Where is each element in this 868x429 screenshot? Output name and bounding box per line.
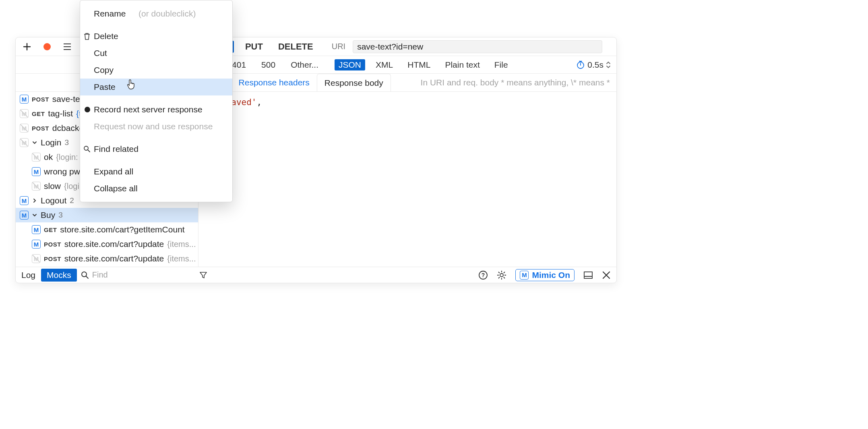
item-name: Buy: [41, 210, 55, 220]
format-json[interactable]: JSON: [335, 59, 365, 70]
item-name: Login: [41, 138, 61, 147]
mock-badge-icon: M: [20, 211, 29, 220]
chevron-down-icon[interactable]: [32, 140, 37, 145]
item-extra: {login:: [56, 153, 78, 162]
filter-icon[interactable]: [199, 271, 207, 279]
mock-badge-icon: M: [20, 95, 29, 104]
item-name: store.site.com/cart?getItemCount: [60, 225, 184, 234]
settings-icon[interactable]: [497, 270, 506, 280]
menu-expand-all[interactable]: Expand all: [80, 163, 232, 180]
menu-copy[interactable]: Copy: [80, 62, 232, 79]
uri-hint: In URI and req. body * means anything, \…: [391, 78, 616, 87]
item-extra: {items...: [167, 254, 196, 263]
footer-tab-log[interactable]: Log: [16, 269, 41, 282]
uri-label: URI: [332, 42, 345, 51]
record-button[interactable]: [41, 41, 53, 52]
item-extra: {logi: [64, 182, 79, 191]
item-count: 2: [70, 196, 74, 205]
item-count: 3: [58, 211, 63, 220]
context-menu: Rename (or doubleclick) Delete Cut Copy …: [80, 0, 233, 202]
svg-rect-5: [584, 272, 592, 278]
uri-input[interactable]: [353, 40, 602, 53]
delay-stepper-icon[interactable]: [606, 61, 611, 69]
mock-badge-icon: M: [32, 167, 41, 176]
http-method-label: POST: [32, 125, 49, 132]
help-icon[interactable]: ?: [478, 270, 488, 280]
item-extra: {items...: [167, 240, 196, 249]
mimic-toggle[interactable]: M Mimic On: [515, 269, 575, 281]
minimize-icon[interactable]: [583, 271, 593, 279]
tab-response-headers[interactable]: Response headers: [231, 74, 317, 91]
item-name: ok: [44, 152, 53, 162]
mimic-m-icon: M: [520, 271, 529, 280]
mock-badge-icon: M: [32, 153, 41, 162]
mock-badge-icon: M: [20, 138, 29, 147]
footer: Log Mocks ? M Mimic On: [16, 267, 616, 283]
http-method-label: POST: [44, 255, 61, 262]
mock-badge-icon: M: [32, 254, 41, 263]
menu-collapse-all[interactable]: Collapse all: [80, 180, 232, 197]
close-icon[interactable]: [602, 271, 611, 280]
svg-text:?: ?: [482, 272, 485, 278]
item-name: wrong pw: [44, 167, 80, 176]
item-name: tag-list: [48, 109, 73, 118]
footer-tab-mocks[interactable]: Mocks: [41, 269, 77, 282]
item-name: dcbacke: [52, 123, 84, 133]
method-put[interactable]: PUT: [241, 41, 267, 53]
tree-item[interactable]: MPOSTstore.site.com/cart?update{items...: [16, 237, 198, 251]
format-file[interactable]: File: [490, 59, 512, 70]
item-name: slow: [44, 181, 61, 191]
menu-delete[interactable]: Delete: [80, 28, 232, 45]
menu-request-now: Request now and use response: [80, 118, 232, 135]
svg-point-1: [82, 272, 87, 277]
tree-folder[interactable]: MBuy3: [16, 208, 198, 222]
format-html[interactable]: HTML: [403, 59, 434, 70]
status-other[interactable]: Other...: [287, 59, 322, 70]
search-icon: [81, 271, 89, 279]
find-group: [81, 270, 198, 280]
http-method-label: POST: [44, 241, 61, 248]
mock-badge-icon: M: [32, 182, 41, 191]
http-method-label: POST: [32, 96, 49, 103]
item-name: store.site.com/cart?update: [64, 254, 164, 263]
tab-response-body[interactable]: Response body: [317, 74, 391, 91]
delay-value: 0.5s: [587, 60, 603, 70]
mock-badge-icon: M: [32, 225, 41, 234]
menu-rename[interactable]: Rename (or doubleclick): [80, 5, 232, 22]
trash-icon: [83, 32, 91, 40]
menu-paste[interactable]: Paste: [80, 79, 232, 95]
find-input[interactable]: [92, 270, 173, 280]
tree-item[interactable]: MPOSTstore.site.com/cart?update{items...: [16, 251, 198, 266]
svg-point-4: [500, 274, 503, 277]
mock-badge-icon: M: [20, 124, 29, 133]
menu-cut[interactable]: Cut: [80, 45, 232, 62]
menu-record-next[interactable]: Record next server response: [80, 101, 232, 118]
chevron-down-icon[interactable]: [32, 213, 37, 218]
item-name: store.site.com/cart?update: [64, 239, 164, 249]
http-method-label: GET: [44, 226, 57, 233]
mock-badge-icon: M: [20, 196, 29, 205]
method-delete[interactable]: DELETE: [274, 41, 317, 53]
item-name: Logout: [41, 196, 66, 205]
stopwatch-icon: [576, 60, 585, 69]
delay-control[interactable]: 0.5s: [576, 60, 611, 70]
add-button[interactable]: [21, 41, 33, 52]
record-dot-icon: [83, 105, 91, 114]
chevron-right-icon[interactable]: [32, 198, 37, 203]
status-500[interactable]: 500: [257, 59, 279, 70]
tree-item[interactable]: MGETstore.site.com/cart?getItemCount: [16, 222, 198, 237]
format-xml[interactable]: XML: [372, 59, 397, 70]
item-count: 3: [64, 138, 69, 147]
menu-find-related[interactable]: Find related: [80, 141, 232, 158]
mock-badge-icon: M: [20, 109, 29, 118]
search-icon: [83, 145, 91, 153]
response-body-editor[interactable]: s: 'saved', 42: [198, 92, 616, 267]
mock-badge-icon: M: [32, 240, 41, 249]
list-view-icon[interactable]: [62, 41, 73, 52]
method-uri-row: POST PUT DELETE URI: [198, 40, 616, 53]
http-method-label: GET: [32, 110, 45, 117]
format-plain[interactable]: Plain text: [441, 59, 484, 70]
